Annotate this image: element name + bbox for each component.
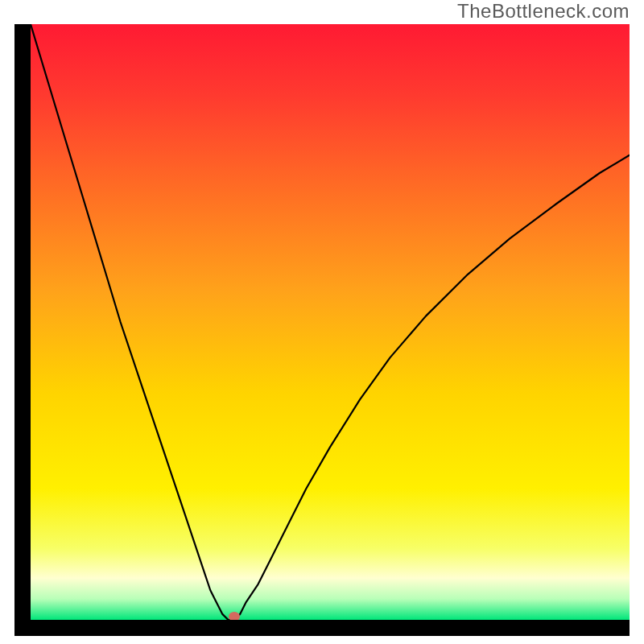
watermark-text: TheBottleneck.com — [457, 0, 630, 23]
plot-border — [14, 24, 630, 636]
bottleneck-curve — [31, 24, 630, 620]
optimal-point-marker — [229, 612, 240, 620]
chart-frame: TheBottleneck.com — [0, 0, 644, 644]
plot-area — [31, 24, 630, 620]
